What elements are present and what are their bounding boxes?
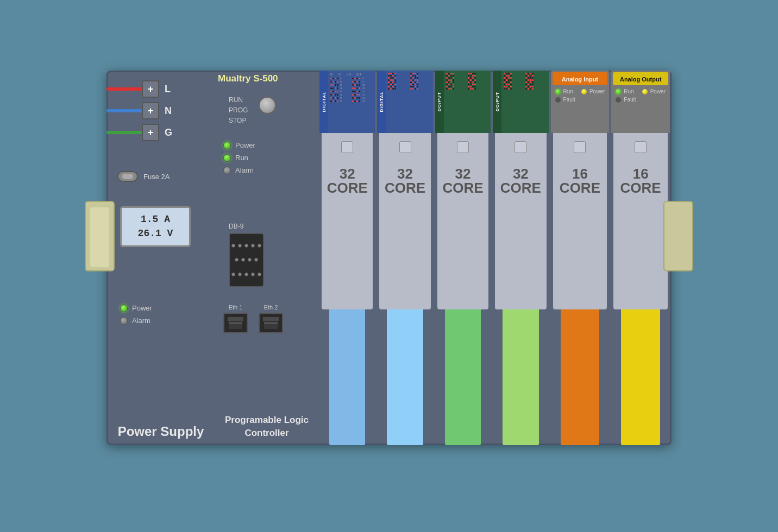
module-3-cable [445,309,481,445]
wire-n-line [106,109,142,112]
row-label: I12 [362,90,365,93]
r [410,86,431,87]
plc-run-led-row: Run [223,154,255,162]
module-3-grid [446,73,489,90]
ai-power-label: Power [589,88,605,94]
module-1-handle[interactable] [341,141,353,153]
wire-l-terminal: L [106,80,171,98]
bracket-left [85,201,115,271]
ai-power-led [581,89,587,94]
row-label: I6 [340,97,342,99]
r [468,77,489,79]
r [446,73,467,74]
db9-connector[interactable] [229,233,264,287]
module-5-handle[interactable] [574,141,586,153]
led-row: I13 [352,93,373,96]
module-6-handle[interactable] [635,141,647,153]
db9-pin [235,258,239,262]
module-4-grid [504,73,547,90]
db9-pin [238,244,242,248]
ao-fault-led [616,97,621,103]
plc-alarm-led-row: Alarm [223,166,255,174]
h1: I0 [330,73,332,76]
row-label: I5 [340,93,342,96]
r [468,86,489,87]
r [468,75,489,77]
module-5-top: Analog Input Run Power Fault [551,71,610,133]
led-row: I7 [330,100,352,103]
row-label: I13 [362,93,365,96]
led-row: I14 [352,97,373,99]
col-r [468,73,489,90]
r [525,73,547,74]
led-row: I4 [330,90,352,93]
module-4-handle[interactable] [515,141,526,153]
ps-leds: Power Alarm [120,304,152,329]
wire-l-label: L [165,84,171,95]
wire-g-line [106,131,142,134]
module-5-body: 16CORE [553,133,607,309]
terminal-l[interactable] [142,80,159,98]
plc-power-label: Power [235,141,255,149]
eth2-label: Eth 2 [264,304,278,311]
r [468,73,489,74]
r [388,88,409,90]
r [410,81,431,83]
module-4-body: 32CORE [495,133,546,309]
module-3-handle[interactable] [457,141,469,153]
row-label: I15 [362,100,365,103]
terminal-g[interactable] [142,124,159,141]
db9-pin [231,244,235,248]
db9-pin [251,244,255,248]
module-3: DO/PUT [435,71,491,445]
bracket-right [663,201,693,271]
terminal-n[interactable] [142,102,159,119]
r [468,88,489,90]
h3: I1.0 [347,73,351,76]
h2: I.8 [338,73,341,76]
row-label: I4 [340,90,342,93]
wire-g-terminal: G [106,124,172,141]
ao-fault-label: Fault [624,97,636,103]
module-5: Analog Input Run Power Fault [551,71,610,445]
r [504,77,525,79]
row-label: I3 [340,87,342,90]
wire-n-terminal: N [106,102,172,119]
plc-alarm-label: Alarm [235,166,254,174]
r [504,73,525,74]
r [446,88,467,90]
ps-title: Power Supply [106,424,215,440]
r [446,86,467,87]
ai-run-row: Run Power [555,88,605,94]
r [525,79,547,81]
fuse-section: Fuse 2A [117,171,170,182]
module-4-do-label: DO/PUT [495,92,500,111]
r [504,79,525,81]
db9-pin [258,244,261,248]
wire-n-label: N [165,105,172,117]
eth1-group: Eth 1 [223,304,248,333]
eth1-label: Eth 1 [229,304,243,311]
mode-run: RUN [229,95,248,105]
led-row: I12 [352,90,373,93]
module-4-top: DO/PUT [493,71,548,133]
led-col-right: I8 I9 I10 I11 I12 I13 I14 I15 [352,77,373,103]
col-r [410,73,431,90]
led-row: I15 [352,100,373,103]
plc-power-led-row: Power [223,141,255,149]
r [525,86,547,87]
r [446,84,467,85]
led-row: I3 [330,87,352,90]
db9-pin [254,258,258,262]
module-6-label-tab: Analog Output [613,72,668,85]
ai-run-led [555,89,561,94]
wire-g-label: G [165,127,172,138]
mode-switch-knob[interactable] [259,97,276,114]
eth2-port[interactable] [259,313,283,333]
eth1-port[interactable] [223,313,248,333]
module-2: DIGITAL [377,71,432,445]
module-4-cores: 32CORE [500,167,541,195]
row-label: I11 [362,87,365,90]
module-2-handle[interactable] [399,141,411,153]
module-5-cable [561,309,600,445]
